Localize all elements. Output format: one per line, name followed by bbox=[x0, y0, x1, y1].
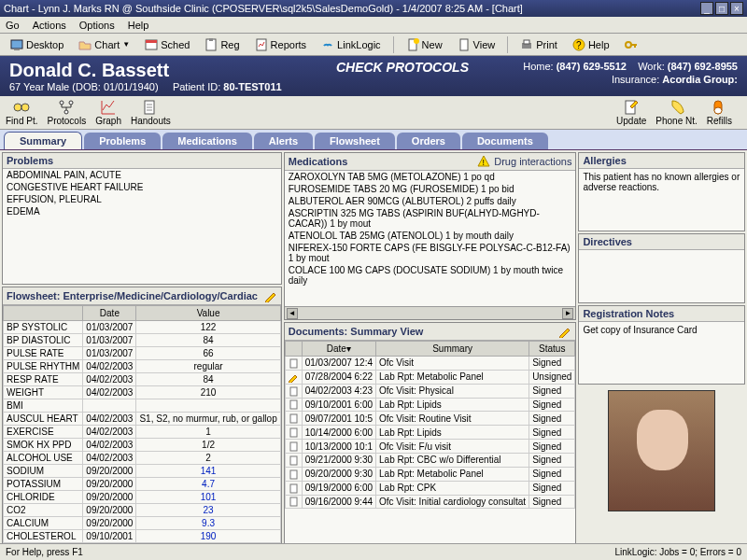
linklogic-button[interactable]: LinkLogic bbox=[315, 35, 387, 54]
flowsheet-row[interactable]: SODIUM09/20/2000141 bbox=[4, 465, 281, 478]
medication-item[interactable]: ASCRIPTIN 325 MG TABS (ASPIRIN BUF(ALHYD… bbox=[285, 207, 576, 230]
flowsheet-row[interactable]: SMOK HX PPD04/02/20031/2 bbox=[4, 439, 281, 452]
doc-col-date[interactable]: Date▾ bbox=[302, 342, 375, 357]
graph-button[interactable]: Graph bbox=[95, 99, 121, 126]
meds-scrollbar[interactable]: ◄ ► bbox=[285, 306, 576, 319]
tab-medications[interactable]: Medications bbox=[162, 133, 252, 149]
problem-item[interactable]: EFFUSION, PLEURAL bbox=[3, 193, 281, 205]
medication-item[interactable]: COLACE 100 MG CAPS (DOCUSATE SODIUM) 1 b… bbox=[285, 264, 576, 287]
flowsheet-name: EXERCISE bbox=[4, 426, 83, 439]
flowsheet-row[interactable]: ALCOHOL USE04/02/20032 bbox=[4, 452, 281, 465]
document-row[interactable]: 01/03/2007 12:4Ofc VisitSigned bbox=[285, 357, 575, 371]
flowsheet-name: SODIUM bbox=[4, 465, 83, 478]
medication-item[interactable]: ATENOLOL TAB 25MG (ATENOLOL) 1 by mouth … bbox=[285, 230, 576, 242]
document-row[interactable]: 04/02/2003 4:23Ofc Visit: PhysicalSigned bbox=[285, 384, 575, 398]
print-button[interactable]: Print bbox=[514, 35, 564, 54]
flowsheet-row[interactable]: RESP RATE04/02/200384 bbox=[4, 373, 281, 386]
document-row[interactable]: 07/28/2004 6:22Lab Rpt: Metabolic PanelU… bbox=[285, 370, 575, 384]
protocols-button[interactable]: Protocols bbox=[47, 99, 86, 126]
flowsheet-row[interactable]: BP SYSTOLIC01/03/2007122 bbox=[4, 321, 281, 334]
flowsheet-row[interactable]: EXERCISE04/02/20031 bbox=[4, 426, 281, 439]
new-label: New bbox=[422, 39, 443, 50]
scroll-left-icon[interactable]: ◄ bbox=[287, 308, 298, 319]
document-row[interactable]: 09/21/2000 9:30Lab Rpt: CBC w/o Differen… bbox=[285, 454, 575, 468]
flowsheet-row[interactable]: BMI bbox=[4, 399, 281, 413]
problem-item[interactable]: ABDOMINAL PAIN, ACUTE bbox=[3, 169, 281, 181]
medication-item[interactable]: FUROSEMIDE TABS 20 MG (FUROSEMIDE) 1 po … bbox=[285, 183, 576, 195]
flowsheet-row[interactable]: PULSE RATE01/03/200766 bbox=[4, 347, 281, 360]
menu-actions[interactable]: Actions bbox=[33, 20, 66, 31]
document-row[interactable]: 09/20/2000 9:30Lab Rpt: Metabolic PanelS… bbox=[285, 467, 575, 481]
doc-col-status[interactable]: Status bbox=[529, 342, 575, 357]
medications-list[interactable]: ZAROXOLYN TAB 5MG (METOLAZONE) 1 po qdFU… bbox=[285, 171, 576, 306]
handouts-button[interactable]: Handouts bbox=[131, 99, 171, 126]
drug-interactions-link[interactable]: Drug interactions bbox=[494, 156, 571, 167]
link-icon bbox=[321, 38, 334, 51]
refills-button[interactable]: Refills bbox=[707, 99, 732, 126]
flowsheet-row[interactable]: CHOLESTEROL09/10/2001190 bbox=[4, 530, 281, 543]
document-row[interactable]: 09/10/2001 6:00Lab Rpt: LipidsSigned bbox=[285, 398, 575, 412]
flowsheet-row[interactable]: CO209/20/200023 bbox=[4, 504, 281, 517]
documents-body[interactable]: Date▾ Summary Status 01/03/2007 12:4Ofc … bbox=[285, 341, 576, 556]
problem-item[interactable]: CONGESTIVE HEART FAILURE bbox=[3, 181, 281, 193]
pencil-icon[interactable] bbox=[558, 325, 571, 338]
flowsheet-row[interactable]: BP DIASTOLIC01/03/200784 bbox=[4, 334, 281, 347]
document-row[interactable]: 09/19/2000 6:00Lab Rpt: CPKSigned bbox=[285, 481, 575, 495]
document-row[interactable]: 09/07/2001 10:5Ofc Visit: Routine VisitS… bbox=[285, 412, 575, 426]
doc-col-summary[interactable]: Summary bbox=[376, 342, 529, 357]
new-button[interactable]: New bbox=[400, 35, 449, 54]
tab-orders[interactable]: Orders bbox=[397, 133, 460, 149]
menu-go[interactable]: Go bbox=[6, 20, 20, 31]
flowsheet-name: SMOK HX PPD bbox=[4, 439, 83, 452]
scroll-right-icon[interactable]: ► bbox=[562, 308, 573, 319]
view-button[interactable]: View bbox=[451, 35, 502, 54]
problems-list[interactable]: ABDOMINAL PAIN, ACUTECONGESTIVE HEART FA… bbox=[3, 169, 281, 284]
phone-note-button[interactable]: Phone Nt. bbox=[655, 99, 697, 126]
regnotes-text[interactable]: Get copy of Insurance Card bbox=[579, 322, 744, 384]
key-button[interactable] bbox=[618, 35, 644, 54]
problem-item[interactable]: EDEMA bbox=[3, 205, 281, 217]
findpt-label: Find Pt. bbox=[6, 116, 37, 126]
medication-item[interactable]: ALBUTEROL AER 90MCG (ALBUTEROL) 2 puffs … bbox=[285, 195, 576, 207]
flowsheet-row[interactable]: AUSCUL HEART04/02/2003S1, S2, no murmur,… bbox=[4, 413, 281, 426]
maximize-icon[interactable]: □ bbox=[715, 2, 728, 15]
flowsheet-name: WEIGHT bbox=[4, 386, 83, 399]
tab-summary[interactable]: Summary bbox=[4, 132, 82, 149]
tab-problems[interactable]: Problems bbox=[84, 133, 161, 149]
chart-button[interactable]: Chart▼ bbox=[72, 35, 136, 54]
flowsheet-row[interactable]: CALCIUM09/20/20009.3 bbox=[4, 517, 281, 530]
reg-button[interactable]: Reg bbox=[198, 35, 246, 54]
directives-body[interactable] bbox=[579, 250, 744, 302]
document-row[interactable]: 09/16/2000 9:44Ofc Visit: Initial cardio… bbox=[285, 495, 575, 509]
medication-item[interactable]: NIFEREX-150 FORTE CAPS (FE BISGLY-FE POL… bbox=[285, 242, 576, 264]
menu-help[interactable]: Help bbox=[128, 20, 149, 31]
flowsheet-row[interactable]: WEIGHT04/02/2003210 bbox=[4, 386, 281, 399]
reports-button[interactable]: Reports bbox=[248, 35, 314, 54]
doc-status: Signed bbox=[529, 495, 575, 509]
doc-col-icon[interactable] bbox=[285, 342, 302, 357]
flowsheet-col-date[interactable]: Date bbox=[83, 306, 136, 321]
tab-alerts[interactable]: Alerts bbox=[254, 133, 313, 149]
flowsheet-body[interactable]: Date Value BP SYSTOLIC01/03/2007122BP DI… bbox=[3, 305, 281, 556]
sched-button[interactable]: Sched bbox=[138, 35, 196, 54]
update-button[interactable]: Update bbox=[616, 99, 646, 126]
minimize-icon[interactable]: _ bbox=[700, 2, 713, 15]
close-icon[interactable]: × bbox=[730, 2, 743, 15]
document-row[interactable]: 10/14/2000 6:00Lab Rpt: LipidsSigned bbox=[285, 426, 575, 440]
flowsheet-col-name[interactable] bbox=[4, 306, 83, 321]
tab-documents[interactable]: Documents bbox=[462, 133, 548, 149]
help-button[interactable]: ?Help bbox=[566, 35, 616, 54]
medication-item[interactable]: ZAROXOLYN TAB 5MG (METOLAZONE) 1 po qd bbox=[285, 171, 576, 183]
pencil-icon[interactable] bbox=[264, 289, 277, 302]
flowsheet-row[interactable]: PULSE RHYTHM04/02/2003regular bbox=[4, 360, 281, 373]
flowsheet-row[interactable]: POTASSIUM09/20/20004.7 bbox=[4, 478, 281, 491]
binoculars-icon bbox=[13, 99, 30, 116]
flowsheet-row[interactable]: CHLORIDE09/20/2000101 bbox=[4, 491, 281, 504]
document-row[interactable]: 10/13/2000 10:1Ofc Visit: F/u visitSigne… bbox=[285, 440, 575, 454]
menu-options[interactable]: Options bbox=[79, 20, 115, 31]
svg-rect-11 bbox=[524, 40, 529, 44]
find-patient-button[interactable]: Find Pt. bbox=[6, 99, 37, 126]
tab-flowsheet[interactable]: Flowsheet bbox=[315, 133, 395, 149]
desktop-button[interactable]: Desktop bbox=[4, 35, 70, 54]
flowsheet-col-value[interactable]: Value bbox=[136, 306, 280, 321]
